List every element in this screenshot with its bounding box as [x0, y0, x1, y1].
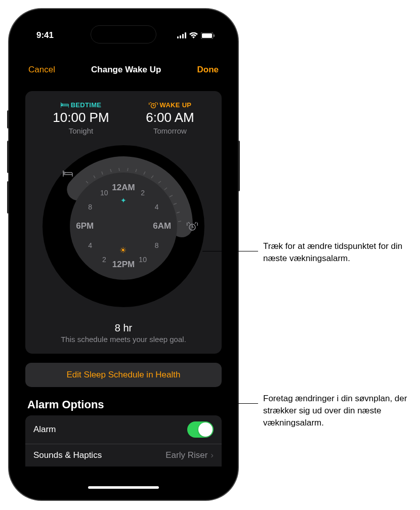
edit-sleep-schedule-button[interactable]: Edit Sleep Schedule in Health	[25, 363, 222, 387]
clock-n8b: 8	[88, 203, 92, 211]
cancel-button[interactable]: Cancel	[28, 65, 55, 75]
side-button-vol-up	[7, 141, 9, 173]
bedtime-header: BEDTIME 10:00 PM Tonight	[53, 101, 109, 135]
clock-numbers: 12AM 6AM 12PM 6PM 2 4 8 10 2 4 8 10	[70, 173, 177, 280]
callout-edit: Foretag ændringer i din søvnplan, der st…	[263, 393, 415, 429]
bedtime-sub: Tonight	[53, 126, 109, 135]
alarm-label: Alarm	[33, 424, 56, 435]
callout-wake: Træk for at ændre tidspunktet for din næ…	[263, 240, 410, 265]
sounds-value: Early Riser	[165, 450, 207, 460]
nav-title: Change Wake Up	[91, 65, 161, 75]
bedtime-label: BEDTIME	[53, 101, 109, 109]
alarm-toggle[interactable]	[187, 421, 214, 438]
schedule-card: BEDTIME 10:00 PM Tonight WAKE UP 6:00 AM…	[25, 91, 222, 354]
alarm-toggle-row[interactable]: Alarm	[25, 415, 222, 444]
svg-rect-2	[182, 34, 184, 38]
svg-rect-6	[214, 34, 215, 37]
alarm-options-title: Alarm Options	[25, 387, 222, 415]
clock-n10a: 10	[139, 256, 147, 264]
sleep-dial[interactable]: 12AM 6AM 12PM 6PM 2 4 8 10 2 4 8 10	[43, 145, 204, 307]
side-button-silent	[7, 110, 9, 129]
alarm-handle-icon	[187, 219, 198, 233]
cellular-icon	[177, 32, 186, 38]
sounds-label: Sounds & Haptics	[33, 450, 102, 460]
svg-rect-5	[202, 33, 212, 38]
done-button[interactable]: Done	[197, 65, 219, 75]
bed-icon	[61, 102, 69, 108]
content: BEDTIME 10:00 PM Tonight WAKE UP 6:00 AM…	[16, 81, 231, 466]
svg-line-22	[178, 221, 181, 222]
chevron-right-icon: ›	[211, 450, 214, 460]
clock-12pm: 12PM	[112, 260, 135, 270]
bed-handle-icon	[63, 170, 73, 177]
alarm-icon	[149, 102, 158, 108]
clock-6pm: 6PM	[76, 221, 94, 231]
svg-rect-1	[180, 35, 181, 38]
clock-n8a: 8	[155, 241, 159, 249]
duration-sub: This schedule meets your sleep goal.	[34, 335, 213, 344]
clock-n4b: 4	[88, 241, 92, 249]
time-headers: BEDTIME 10:00 PM Tonight WAKE UP 6:00 AM…	[34, 101, 213, 135]
status-time: 9:41	[36, 30, 54, 40]
sun-icon: ☀	[119, 245, 127, 255]
side-button-vol-down	[7, 181, 9, 214]
sounds-value-wrap: Early Riser ›	[165, 450, 214, 460]
clock-12am: 12AM	[112, 183, 135, 193]
wakeup-header: WAKE UP 6:00 AM Tomorrow	[146, 101, 194, 135]
bedtime-handle[interactable]	[61, 166, 75, 181]
side-button-power	[238, 141, 240, 191]
clock-n10b: 10	[100, 189, 108, 197]
wakeup-time: 6:00 AM	[146, 110, 194, 125]
callout-line-edit	[225, 403, 258, 404]
wakeup-handle[interactable]	[185, 219, 199, 233]
toggle-knob	[198, 422, 213, 437]
svg-rect-3	[185, 32, 186, 38]
clock-n2b: 2	[102, 256, 106, 264]
dynamic-island	[91, 25, 156, 44]
wakeup-sub: Tomorrow	[146, 126, 194, 135]
clock-inner: 12AM 6AM 12PM 6PM 2 4 8 10 2 4 8 10	[70, 173, 177, 280]
clock-n2a: 2	[141, 189, 145, 197]
battery-icon	[201, 32, 215, 39]
clock-n4a: 4	[155, 203, 159, 211]
svg-line-12	[119, 168, 119, 171]
svg-line-13	[128, 168, 128, 171]
nav-bar: Cancel Change Wake Up Done	[16, 45, 231, 81]
duration-hours: 8 hr	[34, 322, 213, 334]
clock-6am: 6AM	[153, 221, 171, 231]
sparkle-icon: ✦	[120, 196, 127, 204]
bedtime-time: 10:00 PM	[53, 110, 109, 125]
home-indicator[interactable]	[88, 486, 159, 489]
svg-rect-0	[177, 36, 179, 38]
callout-line-wake	[202, 251, 258, 251]
bedtime-label-text: BEDTIME	[71, 101, 102, 109]
phone-frame: 9:41 Cancel Change Wake Up Done BEDTIME	[9, 9, 238, 500]
duration: 8 hr This schedule meets your sleep goal…	[34, 322, 213, 344]
sounds-haptics-row[interactable]: Sounds & Haptics Early Riser ›	[25, 444, 222, 466]
phone-screen: 9:41 Cancel Change Wake Up Done BEDTIME	[16, 16, 231, 493]
wakeup-label: WAKE UP	[146, 101, 194, 109]
wifi-icon	[189, 32, 198, 38]
wakeup-label-text: WAKE UP	[160, 101, 192, 109]
status-icons	[177, 32, 215, 39]
